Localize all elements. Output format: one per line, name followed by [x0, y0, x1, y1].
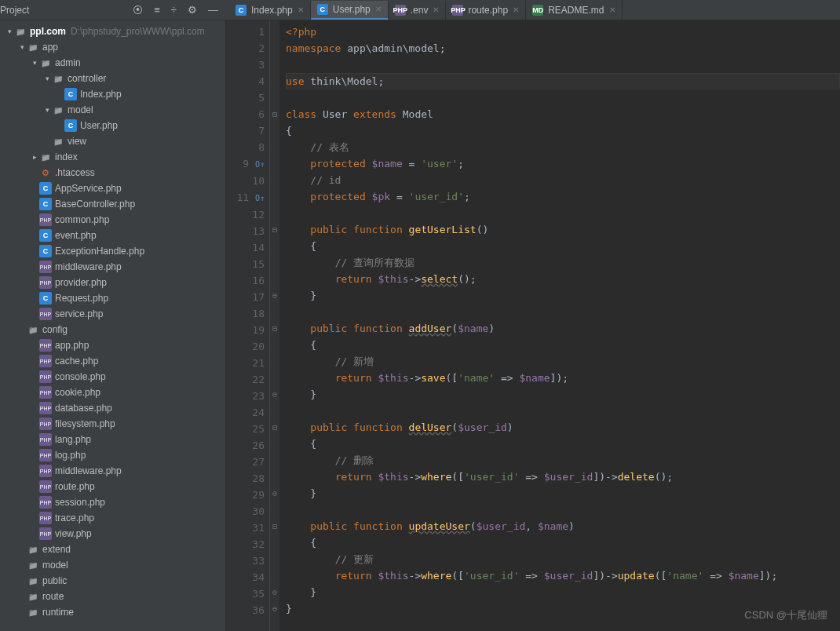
code-line[interactable]: use think\Model; [286, 73, 840, 89]
chevron-icon[interactable]: ▾ [5, 27, 14, 35]
tree-item-view[interactable]: view [0, 133, 225, 149]
code-line[interactable]: protected $name = 'user'; [286, 155, 840, 172]
code-line[interactable]: public function addUser($name) [286, 320, 840, 337]
code-line[interactable] [286, 502, 840, 518]
code-line[interactable]: } [286, 386, 840, 403]
fold-marker[interactable]: ⊖ [270, 485, 279, 502]
code-line[interactable]: } [286, 287, 840, 304]
code-line[interactable]: // 查询所有数据 [286, 254, 840, 271]
code-line[interactable] [286, 57, 840, 73]
chevron-icon[interactable]: ▸ [30, 153, 39, 161]
tree-item-exceptionhandle-php[interactable]: ExceptionHandle.php [0, 243, 225, 259]
tree-item-common-php[interactable]: common.php [0, 212, 225, 228]
target-icon[interactable]: ⦿ [133, 4, 143, 16]
tree-item-event-php[interactable]: event.php [0, 228, 225, 243]
code-line[interactable]: return $this->select(); [286, 271, 840, 287]
code-line[interactable]: // 表名 [286, 139, 840, 155]
tree-item-service-php[interactable]: service.php [0, 306, 225, 322]
tree-item--htaccess[interactable]: .htaccess [0, 165, 225, 181]
tree-item-extend[interactable]: extend [0, 542, 225, 557]
code-line[interactable]: public function getUserList() [286, 221, 840, 238]
code-line[interactable]: { [286, 238, 840, 254]
fold-marker[interactable]: ⊖ [270, 600, 279, 617]
code-line[interactable]: protected $pk = 'user_id'; [286, 188, 840, 205]
code-line[interactable] [286, 89, 840, 106]
tree-item-appservice-php[interactable]: AppService.php [0, 181, 225, 196]
code-line[interactable]: // 新增 [286, 353, 840, 370]
close-icon[interactable]: ✕ [375, 5, 382, 13]
fold-marker[interactable]: ⊟ [270, 106, 279, 122]
tab-route-php[interactable]: PHProute.php✕ [446, 1, 526, 20]
code-line[interactable]: } [286, 485, 840, 502]
fold-marker[interactable]: ⊖ [270, 386, 279, 403]
fold-marker[interactable]: ⊟ [270, 518, 279, 534]
tree-item-cookie-php[interactable]: cookie.php [0, 385, 225, 400]
tree-item-app-php[interactable]: app.php [0, 337, 225, 353]
tab-user-php[interactable]: CUser.php✕ [311, 1, 389, 20]
tree-item-session-php[interactable]: session.php [0, 494, 225, 510]
tree-item-basecontroller-php[interactable]: BaseController.php [0, 196, 225, 212]
gear-icon[interactable]: ⚙ [188, 4, 197, 16]
code-line[interactable]: return $this->where(['user_id' => $user_… [286, 567, 840, 584]
code-line[interactable]: { [286, 436, 840, 452]
close-icon[interactable]: ✕ [609, 5, 615, 14]
code-line[interactable] [286, 205, 840, 221]
tree-item-model[interactable]: ▾model [0, 102, 225, 118]
tree-item-trace-php[interactable]: trace.php [0, 510, 225, 526]
code-line[interactable]: return $this->where(['user_id' => $user_… [286, 469, 840, 485]
project-tree[interactable]: ▾ppl.comD:\phpstudy_pro\WWW\ppl.com▾app▾… [0, 20, 226, 631]
chevron-icon[interactable]: ▾ [42, 106, 52, 114]
tree-item-user-php[interactable]: User.php [0, 118, 225, 133]
close-icon[interactable]: ✕ [298, 5, 304, 14]
tree-item-log-php[interactable]: log.php [0, 447, 225, 463]
fold-marker[interactable]: ⊖ [270, 287, 279, 304]
close-icon[interactable]: ✕ [513, 5, 519, 14]
fold-marker[interactable]: ⊟ [270, 221, 279, 238]
tree-item-model[interactable]: model [0, 557, 225, 573]
code-line[interactable] [286, 403, 840, 419]
fold-marker[interactable]: ⊟ [270, 419, 279, 436]
chevron-icon[interactable]: ▾ [30, 59, 39, 67]
close-icon[interactable]: ✕ [433, 5, 439, 14]
chevron-icon[interactable]: ▾ [42, 75, 52, 82]
tree-item-controller[interactable]: ▾controller [0, 71, 225, 86]
fold-marker[interactable]: ⊖ [270, 584, 279, 600]
code-line[interactable] [286, 304, 840, 320]
tree-item-public[interactable]: public [0, 573, 225, 589]
code-line[interactable]: // id [286, 172, 840, 188]
code-line[interactable]: // 更新 [286, 551, 840, 567]
tree-item-index-php[interactable]: Index.php [0, 86, 225, 102]
refresh-icon[interactable]: ÷ [171, 4, 177, 16]
code-line[interactable]: { [286, 122, 840, 139]
tree-item-index[interactable]: ▸index [0, 149, 225, 165]
tree-item-middleware-php[interactable]: middleware.php [0, 463, 225, 479]
tree-item-view-php[interactable]: view.php [0, 526, 225, 542]
fold-marker[interactable]: ⊟ [270, 320, 279, 337]
tree-item-config[interactable]: config [0, 322, 225, 337]
tree-item-filesystem-php[interactable]: filesystem.php [0, 416, 225, 432]
minimize-icon[interactable]: — [208, 4, 218, 16]
tree-item-runtime[interactable]: runtime [0, 604, 225, 620]
collapse-icon[interactable]: ≡ [154, 4, 160, 16]
tree-item-route-php[interactable]: route.php [0, 479, 225, 494]
chevron-icon[interactable]: ▾ [17, 43, 27, 51]
tree-item-ppl-com[interactable]: ▾ppl.comD:\phpstudy_pro\WWW\ppl.com [0, 24, 225, 39]
code-line[interactable]: <?php [286, 24, 840, 40]
tree-item-lang-php[interactable]: lang.php [0, 432, 225, 447]
code-line[interactable]: { [286, 534, 840, 551]
code-area[interactable]: <?phpnamespace app\admin\model;use think… [279, 20, 840, 631]
tree-item-cache-php[interactable]: cache.php [0, 353, 225, 369]
tab--env[interactable]: PHP.env✕ [389, 1, 447, 20]
tab-index-php[interactable]: CIndex.php✕ [229, 1, 311, 20]
code-line[interactable]: public function delUser($user_id) [286, 419, 840, 436]
code-line[interactable]: public function updateUser($user_id, $na… [286, 518, 840, 534]
tree-item-provider-php[interactable]: provider.php [0, 275, 225, 290]
tree-item-app[interactable]: ▾app [0, 39, 225, 55]
code-line[interactable]: class User extends Model [286, 106, 840, 122]
tree-item-database-php[interactable]: database.php [0, 400, 225, 416]
editor[interactable]: 123456789 O↑1011 O↑121314151617181920212… [226, 20, 840, 631]
tree-item-middleware-php[interactable]: middleware.php [0, 259, 225, 275]
tab-readme-md[interactable]: MDREADME.md✕ [526, 1, 622, 20]
tree-item-route[interactable]: route [0, 589, 225, 604]
code-line[interactable]: // 删除 [286, 452, 840, 469]
